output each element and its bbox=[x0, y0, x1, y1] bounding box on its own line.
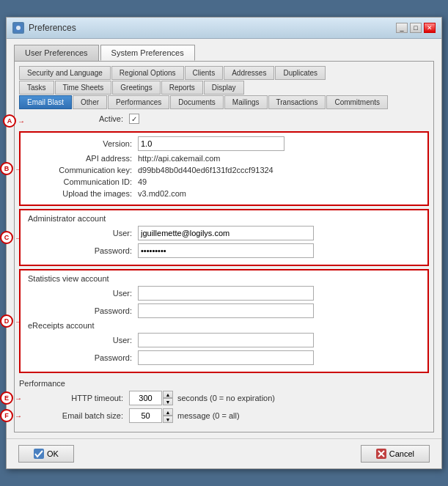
subtab-duplicates[interactable]: Duplicates bbox=[275, 66, 326, 80]
tab-system-preferences[interactable]: System Preferences bbox=[100, 45, 195, 61]
admin-password-label: Password: bbox=[28, 246, 138, 255]
app-icon bbox=[12, 22, 24, 34]
ok-button[interactable]: OK bbox=[18, 445, 74, 463]
active-label: Active: bbox=[19, 114, 129, 123]
annotation-b: B bbox=[0, 162, 13, 175]
annotation-f: F bbox=[0, 409, 13, 422]
stats-password-label: Password: bbox=[28, 306, 138, 315]
sub-tabs-row2: Tasks Time Sheets Greetings Reports Disp… bbox=[19, 81, 429, 95]
comm-id-row: Communication ID: 49 bbox=[28, 177, 420, 186]
annotation-d: D bbox=[0, 314, 13, 328]
svg-point-1 bbox=[16, 26, 21, 30]
comm-id-label: Communication ID: bbox=[28, 177, 138, 186]
tab-user-preferences[interactable]: User Preferences bbox=[14, 45, 99, 61]
bottom-bar: OK Cancel bbox=[7, 438, 441, 468]
stats-password-row: Password: bbox=[28, 303, 420, 318]
admin-password-row: Password: bbox=[28, 243, 420, 258]
admin-password-input[interactable] bbox=[138, 243, 314, 258]
email-batch-down[interactable]: ▼ bbox=[163, 416, 173, 423]
http-timeout-up[interactable]: ▲ bbox=[163, 391, 173, 398]
version-section: Version: API address: http://api.cakemai… bbox=[19, 131, 429, 206]
admin-title: Administrator account bbox=[28, 214, 420, 223]
tab-panel: Security and Language Regional Options C… bbox=[14, 61, 434, 432]
subtab-addresses[interactable]: Addresses bbox=[224, 66, 274, 80]
active-checkbox[interactable]: ✓ bbox=[129, 114, 139, 124]
ereceipts-user-input[interactable] bbox=[138, 333, 314, 347]
upload-row: Upload the images: v3.md02.com bbox=[28, 189, 420, 198]
titlebar-controls: _ □ ✕ bbox=[396, 23, 436, 33]
comm-key-value: d99bb48b0d440ed6f131fd2cccf91324 bbox=[138, 166, 273, 174]
admin-user-label: User: bbox=[28, 229, 138, 238]
titlebar-left: Preferences bbox=[12, 22, 76, 34]
api-label: API address: bbox=[28, 154, 138, 163]
http-timeout-label: HTTP timeout: bbox=[19, 394, 129, 402]
preferences-window: Preferences _ □ ✕ User Preferences Syste… bbox=[6, 17, 442, 469]
subtab-greetings[interactable]: Greetings bbox=[112, 81, 160, 95]
comm-id-value: 49 bbox=[138, 177, 147, 186]
comm-key-label: Communication key: bbox=[28, 166, 138, 174]
subtab-commitments[interactable]: Commitments bbox=[326, 95, 388, 109]
cancel-icon bbox=[376, 449, 386, 459]
ereceipts-password-input[interactable] bbox=[138, 350, 314, 365]
ereceipts-title: eReceipts account bbox=[28, 321, 420, 330]
version-label: Version: bbox=[28, 139, 138, 148]
email-batch-spinner-btns: ▲ ▼ bbox=[163, 408, 173, 423]
ereceipts-user-label: User: bbox=[28, 336, 138, 345]
email-batch-up[interactable]: ▲ bbox=[163, 408, 173, 416]
upload-value: v3.md02.com bbox=[138, 189, 186, 198]
minimize-button[interactable]: _ bbox=[396, 23, 408, 33]
cancel-button[interactable]: Cancel bbox=[361, 445, 430, 463]
subtab-documents[interactable]: Documents bbox=[170, 95, 224, 109]
version-row: Version: bbox=[28, 136, 420, 151]
stats-user-label: User: bbox=[28, 289, 138, 298]
http-timeout-spinner-btns: ▲ ▼ bbox=[163, 391, 173, 405]
subtab-other[interactable]: Other bbox=[73, 95, 107, 109]
subtab-clients[interactable]: Clients bbox=[185, 66, 224, 80]
comm-key-row: Communication key: d99bb48b0d440ed6f131f… bbox=[28, 166, 420, 174]
version-input[interactable] bbox=[138, 136, 284, 151]
subtab-regional[interactable]: Regional Options bbox=[111, 66, 184, 80]
annotation-a: A bbox=[3, 114, 16, 128]
main-tabs: User Preferences System Preferences bbox=[14, 45, 434, 61]
subtab-security[interactable]: Security and Language bbox=[19, 66, 111, 80]
annotation-c: C bbox=[0, 231, 13, 244]
subtab-display[interactable]: Display bbox=[204, 81, 244, 95]
subtab-tasks[interactable]: Tasks bbox=[19, 81, 54, 95]
ereceipts-password-label: Password: bbox=[28, 353, 138, 362]
titlebar: Preferences _ □ ✕ bbox=[7, 18, 441, 39]
sub-tabs-row3: Email Blast Other Performances Documents… bbox=[19, 95, 429, 109]
api-row: API address: http://api.cakemail.com bbox=[28, 154, 420, 163]
stats-title: Statistics view account bbox=[28, 274, 420, 283]
email-batch-label: Email batch size: bbox=[19, 411, 129, 420]
window-title: Preferences bbox=[29, 23, 76, 33]
subtab-emailblast[interactable]: Email Blast bbox=[19, 95, 72, 109]
admin-section: Administrator account User: Password: bbox=[19, 209, 429, 266]
upload-label: Upload the images: bbox=[28, 189, 138, 198]
stats-user-input[interactable] bbox=[138, 286, 314, 301]
email-batch-spinner: ▲ ▼ bbox=[129, 408, 173, 423]
sub-tabs-row1: Security and Language Regional Options C… bbox=[19, 66, 429, 80]
ereceipts-user-row: User: bbox=[28, 333, 420, 347]
stats-user-row: User: bbox=[28, 286, 420, 301]
ok-icon bbox=[34, 449, 44, 459]
stats-password-input[interactable] bbox=[138, 303, 314, 318]
http-timeout-suffix: seconds (0 = no expiration) bbox=[177, 394, 275, 402]
subtab-mailings[interactable]: Mailings bbox=[224, 95, 268, 109]
api-value: http://api.cakemail.com bbox=[138, 154, 221, 163]
email-batch-suffix: message (0 = all) bbox=[177, 411, 240, 420]
stats-ereceipts-section: Statistics view account User: Password: … bbox=[19, 269, 429, 373]
subtab-performances[interactable]: Performances bbox=[108, 95, 169, 109]
subtab-transactions[interactable]: Transactions bbox=[268, 95, 326, 109]
active-row: Active: ✓ bbox=[19, 114, 139, 124]
close-button[interactable]: ✕ bbox=[424, 23, 436, 33]
admin-user-input[interactable] bbox=[138, 226, 314, 240]
http-timeout-down[interactable]: ▼ bbox=[163, 398, 173, 405]
subtab-reports[interactable]: Reports bbox=[161, 81, 203, 95]
maximize-button[interactable]: □ bbox=[410, 23, 422, 33]
subtab-timesheets[interactable]: Time Sheets bbox=[55, 81, 112, 95]
email-batch-input[interactable] bbox=[129, 408, 162, 423]
http-timeout-spinner: ▲ ▼ bbox=[129, 391, 173, 405]
performance-section: Performance E → HTTP timeout: ▲ ▼ bbox=[19, 376, 429, 427]
http-timeout-input[interactable] bbox=[129, 391, 162, 405]
admin-user-row: User: bbox=[28, 226, 420, 240]
